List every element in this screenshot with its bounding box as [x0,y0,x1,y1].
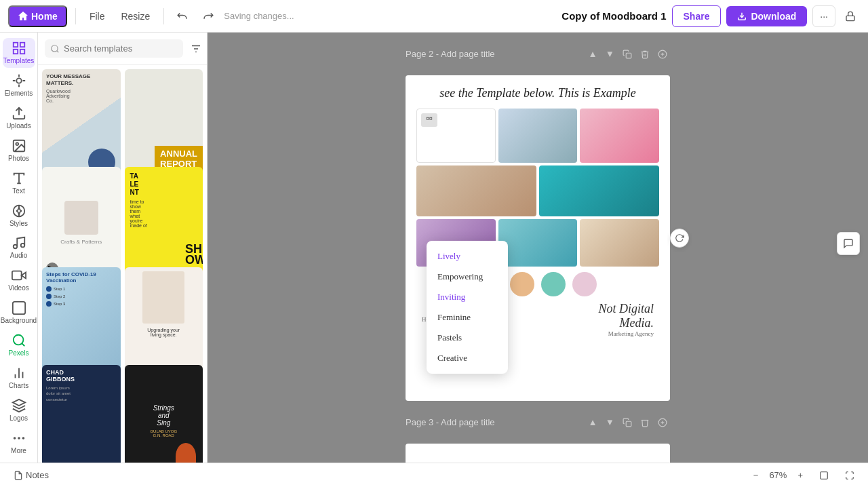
zoom-out-button[interactable]: − [748,467,764,483]
svg-point-6 [16,79,21,83]
svg-point-26 [52,45,58,51]
home-button[interactable]: Home [8,5,67,27]
dropdown-item-inviting[interactable]: Inviting [427,287,508,307]
sidebar-item-background[interactable]: Background [3,298,35,328]
canvas-refresh-button[interactable] [670,229,689,248]
page-down-button[interactable]: ▼ [603,46,617,62]
svg-line-27 [57,50,59,52]
templates-panel: YOUR MESSAGEMATTERS. QuarkwoodAdvertisin… [38,33,208,463]
template-card[interactable]: Crafts & Patterns ▶ [42,167,121,279]
fit-page-button[interactable] [814,468,834,483]
color-swatch-1 [510,272,534,296]
sidebar-item-text[interactable]: Text [3,168,35,197]
dropdown-item-feminine[interactable]: Feminine [427,307,508,328]
sidebar-label: Uploads [6,122,31,130]
more-options-button[interactable]: ··· [812,5,835,27]
page2-label: Page 2 - Add page title [406,49,580,59]
sidebar-item-elements[interactable]: Elements [3,71,35,100]
page3-up-button[interactable]: ▲ [586,414,600,430]
svg-rect-17 [12,302,24,314]
svg-rect-35 [427,117,429,119]
zoom-in-button[interactable]: + [792,467,808,483]
page-add-button[interactable] [655,46,670,62]
filter-button[interactable] [187,40,205,58]
page3-label-row: Page 3 - Add page title ▲ ▼ [406,414,670,430]
download-button[interactable]: Download [726,6,807,26]
page-delete-button[interactable] [637,46,652,62]
page3-duplicate-button[interactable] [620,414,635,430]
sidebar-label: Photos [8,155,29,162]
right-tool-comments[interactable] [837,232,860,255]
dropdown-trigger[interactable] [421,113,491,127]
svg-rect-31 [626,53,631,58]
style-dropdown: Lively Empowering Inviting Feminine Past… [427,241,508,374]
right-tools [837,232,860,255]
page-up-button[interactable]: ▲ [586,46,600,62]
template-card[interactable]: Upgrading yourliving space. [125,267,203,379]
sidebar-item-logos[interactable]: Logos [3,395,35,425]
lock-button[interactable] [841,7,860,26]
notes-label: Notes [26,470,49,480]
sidebar-item-photos[interactable]: Photos [3,136,35,165]
page2-actions: ▲ ▼ [586,46,670,62]
file-button[interactable]: File [84,8,111,24]
search-input[interactable] [64,43,178,54]
svg-point-18 [13,335,23,345]
dropdown-item-lively[interactable]: Lively [427,246,508,267]
page3-delete-button[interactable] [637,414,652,430]
svg-rect-3 [20,43,24,47]
template-card[interactable]: YOUR MESSAGEMATTERS. QuarkwoodAdvertisin… [42,69,121,181]
template-card[interactable]: ANNUALREPORT [125,69,203,181]
canvas-page-2[interactable]: see the Template below. This is Example [406,75,670,401]
redo-button[interactable] [198,6,218,26]
sidebar-item-uploads[interactable]: Uploads [3,103,35,133]
svg-line-19 [22,343,24,346]
resize-button[interactable]: Resize [115,8,155,24]
canvas-area[interactable]: Page 2 - Add page title ▲ ▼ [208,33,868,463]
sidebar-label: Elements [5,90,33,97]
sidebar-item-pexels[interactable]: Pexels [3,330,35,360]
svg-rect-16 [12,271,21,280]
page3-actions: ▲ ▼ [586,414,670,430]
search-box [45,39,183,58]
sidebar-item-audio[interactable]: Audio [3,233,35,262]
undo-button[interactable] [172,6,193,26]
sidebar-item-videos[interactable]: Videos [3,265,35,295]
notes-button[interactable]: Notes [8,467,54,483]
sidebar-item-templates[interactable]: Templates [3,38,35,68]
brand-name-area: Not DigitalMedia. Marketing Agency [598,302,654,337]
photo-crafts [580,219,659,267]
divider [163,8,164,24]
photo-mid-row [416,165,659,216]
page2-wrapper: see the Template below. This is Example [406,75,670,401]
page3-add-button[interactable] [655,414,670,430]
template-card[interactable]: TALENT time toshowthemwhatyou'remade of … [125,167,203,279]
dropdown-item-creative[interactable]: Creative [427,348,508,368]
template-card[interactable]: CHADGIBBONS Lorem ipsumdolor sit ametcon… [42,365,121,463]
photo-grid-top: Lively Empowering Inviting Feminine Past… [416,109,659,163]
photo-flower [580,109,659,163]
page-duplicate-button[interactable] [620,46,635,62]
brand-script-name: Not DigitalMedia. [598,302,654,330]
share-button[interactable]: Share [672,5,722,27]
page3-down-button[interactable]: ▼ [603,414,617,430]
svg-rect-1 [846,16,854,20]
left-sidebar: Templates Elements Uploads Photos Text S… [0,33,38,463]
document-title: Copy of Moodboard 1 [561,10,666,22]
sidebar-item-more[interactable]: More [3,427,35,457]
page2-content: see the Template below. This is Example [406,75,670,351]
sidebar-item-charts[interactable]: Charts [3,362,35,392]
home-label: Home [31,11,58,22]
svg-rect-37 [626,421,631,427]
download-label: Download [751,11,796,22]
template-card[interactable]: StringsandSing GULAB UYOGG.N. ROAD [125,365,203,463]
left-panel: Lively Empowering Inviting Feminine Past… [416,109,496,163]
template-card[interactable]: Steps for COVID-19Vaccination Step 1 Ste… [42,267,121,379]
sidebar-item-styles[interactable]: Styles [3,200,35,230]
fullscreen-button[interactable] [840,468,860,483]
photo-girl-sleep [416,165,536,216]
dropdown-item-pastels[interactable]: Pastels [427,328,508,348]
sidebar-label: Background [1,317,37,324]
dropdown-item-empowering[interactable]: Empowering [427,267,508,287]
canvas-page-3[interactable]: + Click to add content [406,444,670,463]
